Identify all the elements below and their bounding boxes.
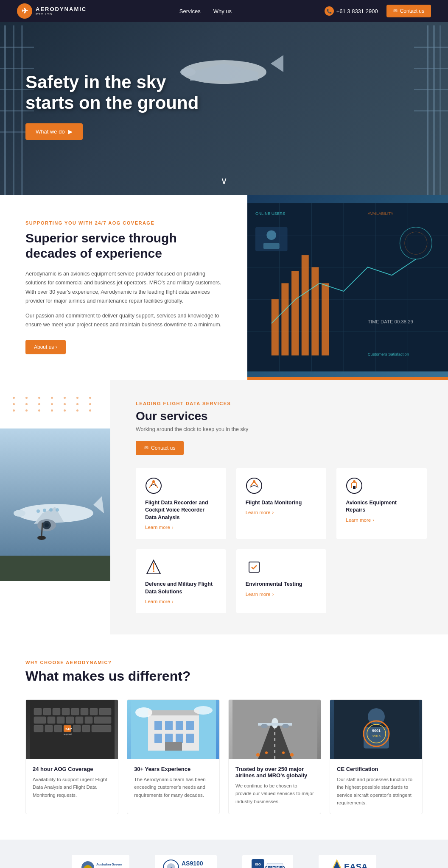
svg-text::2015: :2015 [372,734,381,738]
nav-right: 📞 +61 3 8331 2900 ✉ Contact us [325,5,431,17]
svg-text:ONLINE USERS: ONLINE USERS [255,211,285,216]
service-learn-3[interactable]: Learn more › [346,517,417,523]
svg-rect-79 [34,717,46,723]
cert-iso: ISO 9001 :2015 CERTIFIED [242,855,293,868]
svg-rect-74 [62,708,70,715]
svg-rect-104 [176,734,183,743]
service-learn-1[interactable]: Learn more › [145,525,217,530]
services-left-panel [0,380,110,635]
scroll-chevron[interactable]: ∨ [221,175,227,186]
svg-rect-83 [76,717,83,723]
nav-services[interactable]: Services [179,8,201,14]
service-icon-2 [246,477,263,494]
svg-rect-102 [154,734,162,743]
hero-section: Safety in the sky starts on the ground W… [0,0,448,195]
about-image-panel: ONLINE USERS AVAILABILITY Customers Sati… [247,195,448,380]
why-card-3: Trusted by over 250 major airlines and M… [228,699,321,814]
service-learn-2[interactable]: Learn more › [246,510,317,515]
why-card-desc-2: The Aerodynamic team has been exceeding … [134,776,213,799]
cert-easa: EASA [319,855,376,868]
svg-rect-84 [85,717,92,723]
arrow-right-icon: ▶ [68,128,73,135]
nav-links: Services Why us [179,8,232,14]
svg-point-115 [282,724,289,728]
svg-point-57 [56,508,59,512]
scaffold-right [380,25,448,195]
service-learn-4[interactable]: Learn more › [145,599,217,604]
svg-rect-18 [414,89,448,90]
service-card-1: Flight Data Recorder and Cockpit Voice R… [136,468,226,540]
casa-logo: Australian Government Civil Aviation Saf… [79,859,122,868]
why-heading: What makes us different? [25,668,423,684]
svg-rect-73 [53,708,60,715]
svg-rect-88 [54,725,62,732]
svg-rect-71 [34,708,42,715]
nav-contact-button[interactable]: ✉ Contact us [386,5,431,17]
about-text-panel: SUPPORTING YOU WITH 24/7 AOG COVERAGE Su… [0,195,247,380]
service-card-5: Environmental Testing Learn more › [236,549,327,613]
iso-logo: ISO 9001 :2015 CERTIFIED [251,857,285,868]
svg-rect-90 [73,725,81,732]
about-button[interactable]: About us › [25,340,66,354]
service-icon-4 [145,559,162,576]
svg-rect-77 [90,708,98,715]
svg-rect-78 [99,708,111,715]
svg-point-55 [43,509,46,512]
service-learn-5[interactable]: Learn more › [246,592,317,597]
svg-point-116 [256,753,260,757]
about-heading: Superior service through decades of expe… [25,231,226,261]
svg-rect-4 [0,68,34,69]
cert-casa: Australian Government Civil Aviation Saf… [72,855,129,868]
why-card-2: 30+ Years Experience The Aerodynamic tea… [127,699,220,814]
service-icon-5 [246,559,263,576]
nav-why-us[interactable]: Why us [213,8,232,14]
svg-point-51 [45,523,49,527]
svg-rect-30 [272,299,279,355]
svg-rect-76 [81,708,88,715]
about-para1: Aerodynamic is an avionics equipment ser… [25,270,226,306]
cert-as9100: ★ AS9100 ISO 9001 [155,855,217,868]
services-grid: Flight Data Recorder and Cockpit Voice R… [136,468,427,614]
certifications-section: Australian Government Civil Aviation Saf… [0,840,448,868]
svg-rect-97 [148,710,199,715]
service-card-3: Avionics Equipment Repairs Learn more › [336,468,427,540]
cert-iso-box: ISO 9001 :2015 CERTIFIED [242,855,293,868]
hero-content: Safety in the sky starts on the ground W… [0,72,224,140]
svg-rect-31 [281,283,288,355]
svg-text:Australian Government: Australian Government [96,863,122,866]
service-title-4: Defence and Military Flight Data Solutio… [145,581,217,595]
svg-marker-11 [271,55,283,72]
svg-rect-100 [176,721,183,730]
why-card-image-2 [127,700,219,759]
svg-point-68 [153,570,154,572]
svg-point-108 [194,706,213,715]
logo-sub: PTY LTD [36,12,87,16]
service-title-5: Environmental Testing [246,581,317,588]
svg-text:support: support [64,733,72,735]
hero-cta-button[interactable]: What we do ▶ [25,123,83,140]
svg-text:TIME DATE 00:38:29: TIME DATE 00:38:29 [368,319,413,324]
services-tag: LEADING FLIGHT DATA SERVICES [136,401,427,406]
svg-point-118 [282,751,285,754]
services-heading: Our services [136,409,427,423]
envelope-icon-services: ✉ [144,445,148,451]
svg-rect-34 [311,267,319,355]
svg-rect-91 [82,725,90,732]
why-grid: 24/7 support 24 hour AOG Coverage Availa… [25,699,423,814]
svg-rect-75 [71,708,79,715]
tech-visualization: ONLINE USERS AVAILABILITY Customers Sati… [247,195,448,380]
service-card-4: Defence and Military Flight Data Solutio… [136,549,226,613]
svg-rect-85 [94,717,111,723]
about-image-bottom-bar [247,377,448,380]
services-contact-button[interactable]: ✉ Contact us [136,441,184,455]
svg-point-66 [353,480,356,483]
logo[interactable]: ✈ AERODYNAMIC PTY LTD [17,3,87,19]
svg-rect-98 [154,721,162,730]
why-card-title-3: Trusted by over 250 major airlines and M… [235,766,314,779]
as9100-logo: ★ AS9100 ISO 9001 [162,857,209,868]
svg-point-119 [290,753,294,757]
why-card-image-4: 9001 :2015 [330,700,422,759]
svg-rect-17 [414,68,448,69]
service-title-1: Flight Data Recorder and Cockpit Voice R… [145,499,217,522]
svg-point-43 [266,230,276,240]
